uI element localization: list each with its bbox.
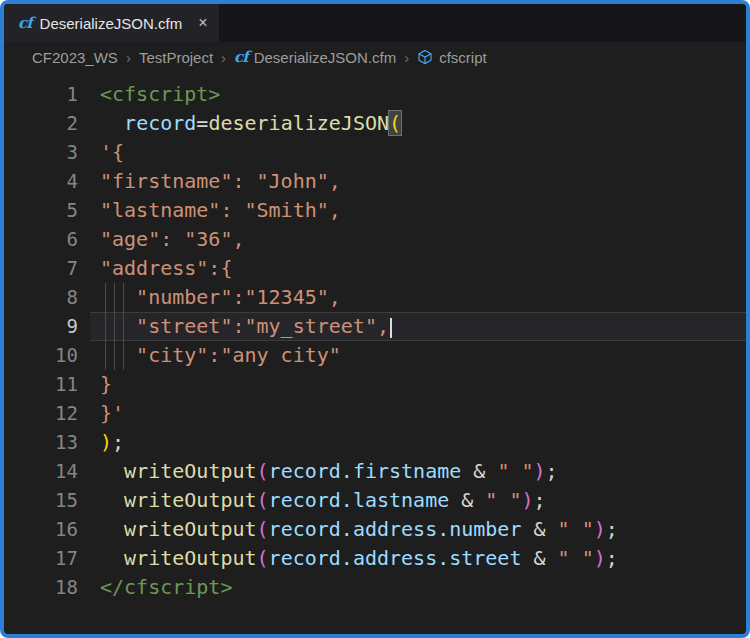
line-number: 14 bbox=[4, 457, 90, 486]
code-line[interactable]: 14 writeOutput(record.firstname & " "); bbox=[4, 457, 746, 486]
code-line-content: "address":{ bbox=[90, 254, 746, 283]
code-token: ; bbox=[534, 488, 546, 512]
indent-guide bbox=[105, 341, 106, 370]
breadcrumb-item-file[interactable]: DeserializeJSON.cfm bbox=[254, 49, 397, 66]
code-line[interactable]: 18</cfscript> bbox=[4, 573, 746, 602]
code-line[interactable]: 5"lastname": "Smith", bbox=[4, 196, 746, 225]
line-number: 16 bbox=[4, 515, 90, 544]
line-number: 17 bbox=[4, 544, 90, 573]
code-token: ) bbox=[521, 488, 533, 512]
breadcrumb-item-project[interactable]: TestProject bbox=[139, 49, 213, 66]
code-token: ) bbox=[534, 459, 546, 483]
code-token: ( bbox=[257, 546, 269, 570]
code-token: " " bbox=[558, 517, 594, 541]
code-token: writeOutput bbox=[124, 488, 256, 512]
line-number: 10 bbox=[4, 341, 90, 370]
code-line[interactable]: 4"firstname": "John", bbox=[4, 167, 746, 196]
code-line-content: ); bbox=[90, 428, 746, 457]
code-line[interactable]: 8 "number":"12345", bbox=[4, 283, 746, 312]
code-line[interactable]: 6"age": "36", bbox=[4, 225, 746, 254]
code-token: ; bbox=[112, 430, 124, 454]
code-token: ; bbox=[606, 517, 618, 541]
line-number: 7 bbox=[4, 254, 90, 283]
code-editor[interactable]: 1<cfscript>2 record=deserializeJSON(3'{4… bbox=[4, 72, 746, 634]
code-token: ) bbox=[594, 517, 606, 541]
code-line[interactable]: 10 "city":"any city" bbox=[4, 341, 746, 370]
code-token: '{ bbox=[100, 140, 124, 164]
breadcrumb-item-symbol[interactable]: cfscript bbox=[439, 49, 487, 66]
code-line[interactable]: 13); bbox=[4, 428, 746, 457]
code-line[interactable]: 15 writeOutput(record.lastname & " "); bbox=[4, 486, 746, 515]
code-line-content: writeOutput(record.firstname & " "); bbox=[90, 457, 746, 486]
line-number: 8 bbox=[4, 283, 90, 312]
code-line-content: writeOutput(record.lastname & " "); bbox=[90, 486, 746, 515]
line-number: 18 bbox=[4, 573, 90, 602]
breadcrumb-item-workspace[interactable]: CF2023_WS bbox=[32, 49, 118, 66]
code-line-content: "street":"my_street", bbox=[90, 312, 746, 341]
code-token: & bbox=[449, 488, 485, 512]
coldfusion-icon: cf bbox=[18, 16, 32, 31]
vscode-window: cf DeserializeJSON.cfm × CF2023_WS › Tes… bbox=[0, 0, 750, 638]
code-token: ( bbox=[257, 517, 269, 541]
indent-guide bbox=[123, 312, 124, 341]
indent-guide bbox=[114, 341, 115, 370]
code-token: & bbox=[521, 517, 557, 541]
code-line-content: '{ bbox=[90, 138, 746, 167]
indent-guide bbox=[105, 283, 106, 312]
code-token: " " bbox=[497, 459, 533, 483]
code-token: & bbox=[521, 546, 557, 570]
line-number: 2 bbox=[4, 109, 90, 138]
code-line-content: "lastname": "Smith", bbox=[90, 196, 746, 225]
code-token: ; bbox=[546, 459, 558, 483]
code-token: "lastname": "Smith", bbox=[100, 198, 341, 222]
symbol-cube-icon bbox=[417, 49, 433, 65]
close-icon[interactable]: × bbox=[198, 14, 207, 32]
indent-guide bbox=[123, 341, 124, 370]
code-line-content: writeOutput(record.address.number & " ")… bbox=[90, 515, 746, 544]
code-line-content: "firstname": "John", bbox=[90, 167, 746, 196]
code-line[interactable]: 2 record=deserializeJSON( bbox=[4, 109, 746, 138]
indent-guide bbox=[123, 283, 124, 312]
code-token: record.address.number bbox=[269, 517, 522, 541]
line-number: 5 bbox=[4, 196, 90, 225]
code-token bbox=[100, 488, 124, 512]
code-line[interactable]: 17 writeOutput(record.address.street & "… bbox=[4, 544, 746, 573]
code-token: record.address.street bbox=[269, 546, 522, 570]
code-token: }' bbox=[100, 401, 124, 425]
code-token bbox=[100, 517, 124, 541]
code-line[interactable]: 9 "street":"my_street", bbox=[4, 312, 746, 341]
code-line[interactable]: 7"address":{ bbox=[4, 254, 746, 283]
code-token: </cfscript> bbox=[100, 575, 232, 599]
code-line[interactable]: 3'{ bbox=[4, 138, 746, 167]
code-line-content: }' bbox=[90, 399, 746, 428]
code-token: "address":{ bbox=[100, 256, 232, 280]
code-line-content: </cfscript> bbox=[90, 573, 746, 602]
code-token: writeOutput bbox=[124, 546, 256, 570]
line-number: 12 bbox=[4, 399, 90, 428]
code-token: " " bbox=[558, 546, 594, 570]
chevron-separator: › bbox=[219, 49, 228, 66]
code-line-content: writeOutput(record.address.street & " ")… bbox=[90, 544, 746, 573]
code-token: writeOutput bbox=[124, 517, 256, 541]
tab-bar: cf DeserializeJSON.cfm × bbox=[4, 4, 746, 42]
code-token: record.lastname bbox=[269, 488, 450, 512]
line-number: 4 bbox=[4, 167, 90, 196]
code-token: = bbox=[196, 111, 208, 135]
code-line[interactable]: 11} bbox=[4, 370, 746, 399]
code-line[interactable]: 12}' bbox=[4, 399, 746, 428]
code-token: ( bbox=[257, 488, 269, 512]
code-line[interactable]: 1<cfscript> bbox=[4, 80, 746, 109]
code-line-content: <cfscript> bbox=[90, 80, 746, 109]
line-number: 1 bbox=[4, 80, 90, 109]
breadcrumb: CF2023_WS › TestProject › cf Deserialize… bbox=[4, 42, 746, 72]
code-line-content: record=deserializeJSON( bbox=[90, 109, 746, 138]
coldfusion-icon: cf bbox=[234, 50, 248, 65]
code-token: "number":"12345", bbox=[100, 285, 341, 309]
code-token: & bbox=[461, 459, 497, 483]
tab-deserializejson-cfm[interactable]: cf DeserializeJSON.cfm × bbox=[4, 4, 219, 42]
code-token: "age": "36", bbox=[100, 227, 245, 251]
code-line[interactable]: 16 writeOutput(record.address.number & "… bbox=[4, 515, 746, 544]
code-token: ; bbox=[606, 546, 618, 570]
code-token: ) bbox=[100, 430, 112, 454]
line-number: 3 bbox=[4, 138, 90, 167]
